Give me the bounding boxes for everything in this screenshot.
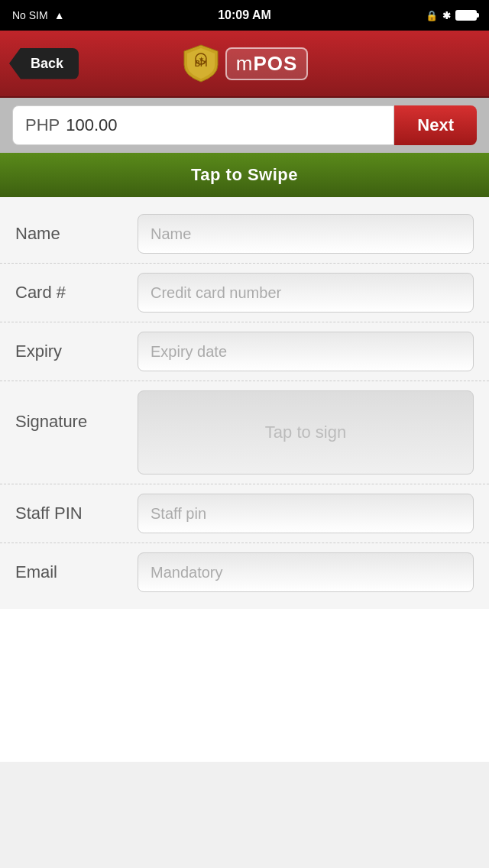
signature-box[interactable]: Tap to sign [138, 390, 474, 474]
card-row: Card # [0, 264, 489, 322]
svg-text:★: ★ [198, 56, 203, 63]
currency-label: PHP [25, 115, 60, 135]
status-right: 🔒 ✱ [426, 10, 477, 21]
bluetooth-icon: ✱ [442, 10, 451, 21]
name-input[interactable] [138, 214, 474, 254]
amount-bar: PHP 100.00 Next [0, 98, 489, 153]
next-button[interactable]: Next [394, 105, 477, 145]
amount-input-wrap: PHP 100.00 [12, 105, 394, 145]
tap-to-sign-label: Tap to sign [265, 423, 346, 442]
bpi-shield-icon: BPI ★ [181, 44, 221, 83]
mpos-pos: POS [253, 52, 297, 75]
name-row: Name [0, 205, 489, 264]
amount-value: 100.00 [66, 115, 117, 135]
mpos-text: mPOS [236, 52, 298, 76]
email-label: Email [15, 562, 138, 582]
mpos-logo: mPOS [225, 47, 309, 80]
name-label: Name [15, 224, 138, 244]
carrier-label: No SIM [12, 9, 48, 21]
lock-icon: 🔒 [426, 10, 438, 21]
staff-pin-label: Staff PIN [15, 504, 138, 523]
card-label: Card # [15, 283, 138, 303]
status-time: 10:09 AM [218, 8, 271, 22]
signature-label: Signature [15, 390, 138, 432]
swipe-label: Tap to Swipe [191, 165, 298, 185]
wifi-icon: ▲ [54, 9, 65, 21]
bottom-space [0, 609, 489, 762]
status-bar: No SIM ▲ 10:09 AM 🔒 ✱ [0, 0, 489, 31]
expiry-row: Expiry [0, 322, 489, 381]
signature-row: Signature Tap to sign [0, 381, 489, 484]
email-row: Email [0, 543, 489, 601]
staff-pin-row: Staff PIN [0, 484, 489, 543]
expiry-input[interactable] [138, 332, 474, 371]
mpos-m: m [236, 52, 254, 75]
battery-icon [455, 10, 477, 21]
expiry-label: Expiry [15, 342, 138, 361]
status-left: No SIM ▲ [12, 9, 65, 21]
card-input[interactable] [138, 273, 474, 313]
staff-pin-input[interactable] [138, 494, 474, 533]
swipe-banner[interactable]: Tap to Swipe [0, 153, 489, 197]
navbar-logo: BPI ★ mPOS [181, 44, 309, 83]
navbar: Back BPI ★ mPOS [0, 31, 489, 98]
email-input[interactable] [138, 552, 474, 592]
form-section: Name Card # Expiry Signature Tap to sign… [0, 197, 489, 609]
back-button[interactable]: Back [9, 48, 79, 79]
